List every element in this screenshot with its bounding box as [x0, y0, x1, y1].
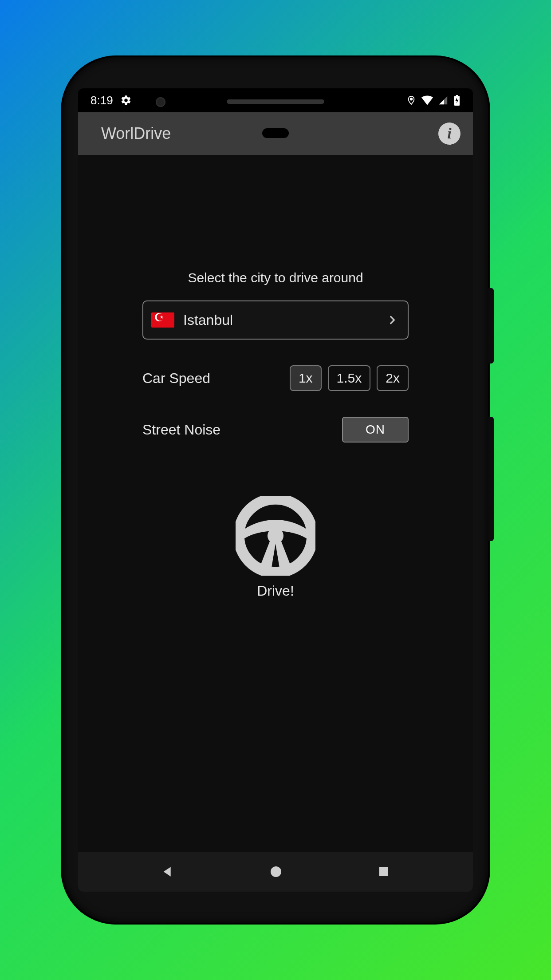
gear-icon [120, 95, 132, 106]
wifi-icon [421, 95, 433, 105]
main-content: Select the city to drive around Istanbul… [78, 155, 473, 852]
drive-button[interactable]: Drive! [236, 496, 315, 599]
phone-side-button [488, 288, 494, 364]
turkey-flag-icon [151, 312, 174, 328]
home-button[interactable] [269, 865, 283, 879]
noise-row: Street Noise ON [142, 417, 409, 443]
navigation-bar [78, 852, 473, 892]
phone-frame: 8:19 WorlDri [63, 57, 488, 923]
steering-wheel-icon [236, 496, 315, 576]
phone-speaker [227, 99, 324, 104]
speed-option-1-5x[interactable]: 1.5x [328, 365, 371, 391]
speed-row: Car Speed 1x 1.5x 2x [142, 365, 409, 391]
speed-options: 1x 1.5x 2x [290, 365, 409, 391]
phone-camera [156, 97, 165, 107]
svg-point-0 [410, 98, 413, 100]
city-selector[interactable]: Istanbul [142, 300, 409, 340]
speed-label: Car Speed [142, 370, 210, 387]
svg-rect-6 [379, 867, 388, 876]
recents-button[interactable] [377, 865, 390, 878]
noise-label: Street Noise [142, 422, 220, 438]
app-title: WorlDrive [101, 124, 171, 143]
speed-option-2x[interactable]: 2x [377, 365, 409, 391]
chevron-right-icon [386, 314, 398, 326]
drive-label: Drive! [257, 583, 294, 599]
info-button[interactable]: i [438, 122, 460, 145]
signal-icon [438, 95, 448, 105]
svg-point-5 [271, 866, 281, 877]
speed-option-1x[interactable]: 1x [290, 365, 322, 391]
phone-side-button [488, 417, 494, 541]
app-bar: WorlDrive i [78, 112, 473, 155]
screen: 8:19 WorlDri [78, 88, 473, 892]
back-button[interactable] [161, 865, 175, 879]
svg-rect-2 [456, 95, 458, 96]
battery-icon [453, 95, 460, 106]
street-noise-toggle[interactable]: ON [342, 417, 409, 443]
status-time: 8:19 [91, 94, 113, 107]
selected-city: Istanbul [183, 312, 378, 328]
location-icon [406, 95, 416, 105]
city-prompt: Select the city to drive around [188, 270, 363, 285]
